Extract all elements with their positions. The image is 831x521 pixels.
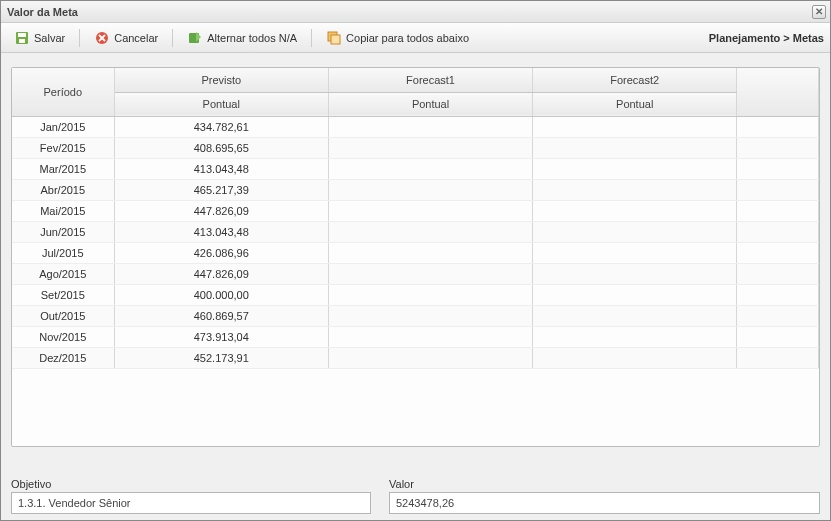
objetivo-group: Objetivo [11,478,371,514]
svg-rect-6 [331,35,340,44]
window-title: Valor da Meta [7,6,78,18]
table-row[interactable]: Jan/2015434.782,61 [12,116,819,137]
cell-previsto[interactable]: 465.217,39 [114,179,328,200]
cell-forecast1[interactable] [328,200,532,221]
cell-periodo[interactable]: Jul/2015 [12,242,114,263]
cell-previsto[interactable]: 447.826,09 [114,263,328,284]
cell-forecast1[interactable] [328,242,532,263]
cell-forecast2[interactable] [533,200,737,221]
table-row[interactable]: Mar/2015413.043,48 [12,158,819,179]
cell-forecast2[interactable] [533,179,737,200]
cell-forecast1[interactable] [328,179,532,200]
save-button[interactable]: Salvar [7,26,72,50]
cell-periodo[interactable]: Dez/2015 [12,347,114,368]
cell-previsto[interactable]: 408.695,65 [114,137,328,158]
objetivo-field[interactable] [11,492,371,514]
cell-forecast1[interactable] [328,158,532,179]
cell-extra [737,158,819,179]
cell-forecast2[interactable] [533,137,737,158]
separator [172,29,173,47]
valor-field[interactable] [389,492,820,514]
cell-forecast1[interactable] [328,305,532,326]
col-header-extra [737,68,819,116]
cell-forecast2[interactable] [533,158,737,179]
cell-forecast1[interactable] [328,263,532,284]
cell-forecast2[interactable] [533,116,737,137]
table-row[interactable]: Jul/2015426.086,96 [12,242,819,263]
cell-extra [737,326,819,347]
cell-extra [737,200,819,221]
cell-previsto[interactable]: 447.826,09 [114,200,328,221]
cell-forecast2[interactable] [533,305,737,326]
cell-forecast1[interactable] [328,137,532,158]
copy-down-button[interactable]: Copiar para todos abaixo [319,26,476,50]
cell-periodo[interactable]: Mai/2015 [12,200,114,221]
cell-extra [737,263,819,284]
cell-periodo[interactable]: Out/2015 [12,305,114,326]
table-row[interactable]: Mai/2015447.826,09 [12,200,819,221]
copy-down-label: Copiar para todos abaixo [346,32,469,44]
cell-previsto[interactable]: 400.000,00 [114,284,328,305]
cell-extra [737,284,819,305]
cell-forecast2[interactable] [533,326,737,347]
cancel-button[interactable]: Cancelar [87,26,165,50]
cell-forecast1[interactable] [328,116,532,137]
col-sub-forecast1[interactable]: Pontual [328,92,532,116]
cell-previsto[interactable]: 413.043,48 [114,158,328,179]
cell-periodo[interactable]: Jun/2015 [12,221,114,242]
cell-previsto[interactable]: 413.043,48 [114,221,328,242]
close-icon: ✕ [815,7,823,17]
cell-previsto[interactable]: 434.782,61 [114,116,328,137]
col-header-forecast2[interactable]: Forecast2 [533,68,737,92]
table-row[interactable]: Out/2015460.869,57 [12,305,819,326]
table-row[interactable]: Fev/2015408.695,65 [12,137,819,158]
col-sub-previsto[interactable]: Pontual [114,92,328,116]
cell-periodo[interactable]: Fev/2015 [12,137,114,158]
cell-periodo[interactable]: Abr/2015 [12,179,114,200]
cell-periodo[interactable]: Set/2015 [12,284,114,305]
cell-previsto[interactable]: 452.173,91 [114,347,328,368]
col-header-forecast1[interactable]: Forecast1 [328,68,532,92]
save-label: Salvar [34,32,65,44]
dialog-window: Valor da Meta ✕ Salvar Cancelar Alternar… [0,0,831,521]
toggle-na-icon [187,30,203,46]
table-row[interactable]: Abr/2015465.217,39 [12,179,819,200]
cell-forecast2[interactable] [533,284,737,305]
col-header-previsto[interactable]: Previsto [114,68,328,92]
cell-extra [737,137,819,158]
cell-extra [737,242,819,263]
copy-down-icon [326,30,342,46]
separator [311,29,312,47]
col-header-periodo[interactable]: Período [12,68,114,116]
table-row[interactable]: Nov/2015473.913,04 [12,326,819,347]
toggle-na-button[interactable]: Alternar todos N/A [180,26,304,50]
cell-forecast1[interactable] [328,347,532,368]
cell-extra [737,221,819,242]
cell-periodo[interactable]: Mar/2015 [12,158,114,179]
cell-previsto[interactable]: 473.913,04 [114,326,328,347]
cell-previsto[interactable]: 460.869,57 [114,305,328,326]
col-sub-forecast2[interactable]: Pontual [533,92,737,116]
table-row[interactable]: Ago/2015447.826,09 [12,263,819,284]
cell-periodo[interactable]: Nov/2015 [12,326,114,347]
cell-forecast2[interactable] [533,242,737,263]
cell-forecast1[interactable] [328,326,532,347]
cell-forecast1[interactable] [328,284,532,305]
data-grid[interactable]: Período Previsto Forecast1 Forecast2 Pon… [12,68,819,369]
cancel-icon [94,30,110,46]
valor-group: Valor [389,478,820,514]
table-row[interactable]: Jun/2015413.043,48 [12,221,819,242]
cell-previsto[interactable]: 426.086,96 [114,242,328,263]
close-button[interactable]: ✕ [812,5,826,19]
table-row[interactable]: Set/2015400.000,00 [12,284,819,305]
cell-periodo[interactable]: Ago/2015 [12,263,114,284]
cell-forecast2[interactable] [533,347,737,368]
valor-label: Valor [389,478,820,490]
cell-forecast2[interactable] [533,221,737,242]
separator [79,29,80,47]
cell-forecast2[interactable] [533,263,737,284]
cell-extra [737,179,819,200]
cell-periodo[interactable]: Jan/2015 [12,116,114,137]
cell-forecast1[interactable] [328,221,532,242]
table-row[interactable]: Dez/2015452.173,91 [12,347,819,368]
